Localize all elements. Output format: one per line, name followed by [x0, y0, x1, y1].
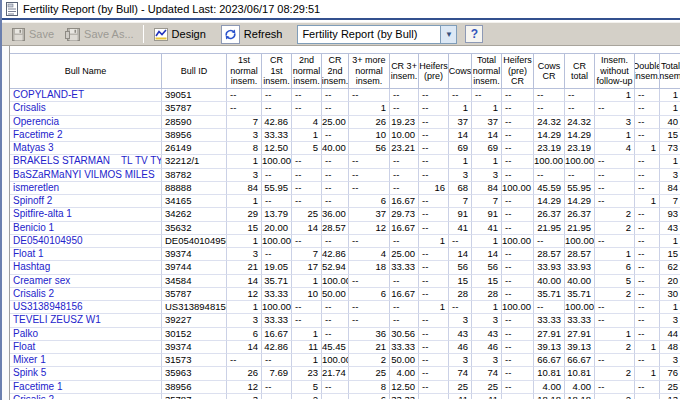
value-cell: 40.00 — [322, 142, 349, 155]
table-row[interactable]: Benicio 1356321520.001428.571216.67--414… — [10, 222, 680, 235]
value-cell: -- — [419, 394, 449, 399]
value-cell: 66.67 — [534, 354, 565, 367]
column-header-cows-cr[interactable]: Cows CR — [534, 54, 565, 88]
table-row[interactable]: Operencia28590742.86425.002619.23--3737-… — [10, 116, 680, 129]
table-row[interactable]: Float 1393743--742.86425.00--1414--28.57… — [10, 248, 680, 261]
column-header-3-more-normal-insem[interactable]: 3+ more normal insem. — [349, 54, 390, 88]
column-header-1st-normal-insem[interactable]: 1st normal insem. — [227, 54, 262, 88]
table-row[interactable]: TEVELI ZEUSZ W139227333.33----------33--… — [10, 314, 680, 327]
value-cell: 50.00 — [390, 354, 419, 367]
value-cell: -- — [262, 102, 292, 115]
report-selector[interactable]: Fertility Report (by Bull) ▼ — [297, 25, 457, 44]
column-header-total-normal-insem[interactable]: Total normal insem. — [472, 54, 502, 88]
value-cell: 12.50 — [262, 142, 292, 155]
table-row[interactable]: Float393741442.861145.452133.33--4646--3… — [10, 341, 680, 354]
value-cell: 1 — [292, 275, 322, 288]
table-row[interactable]: Crisalis 2357871233.331050.00616.67--282… — [10, 288, 680, 301]
value-cell: -- — [565, 102, 595, 115]
value-cell: 56 — [449, 261, 472, 274]
column-header-total-insem[interactable]: Total insem. — [660, 54, 680, 88]
table-row[interactable]: Mixer 131573----1100.00250.00--33--66.67… — [10, 354, 680, 367]
value-cell: 5 — [595, 275, 635, 288]
value-cell: -- — [390, 102, 419, 115]
value-cell: -- — [502, 394, 534, 399]
column-header-cr-2nd-insem[interactable]: CR 2nd insem. — [322, 54, 349, 88]
table-row[interactable]: BaSZaRMaNYI VILMOS MILES387823----------… — [10, 169, 680, 182]
column-header-bull-name[interactable]: Bull Name — [10, 54, 162, 88]
value-cell: -- — [502, 102, 534, 115]
value-cell: 76 — [660, 367, 680, 380]
value-cell: 100.00 — [565, 235, 595, 248]
column-header-2nd-normal-insem[interactable]: 2nd normal insem. — [292, 54, 322, 88]
value-cell: -- — [502, 314, 534, 327]
table-row[interactable]: Facetime 238956333.331--1010.00--1414--1… — [10, 129, 680, 142]
value-cell: -- — [322, 328, 349, 341]
value-cell: 55.95 — [565, 182, 595, 195]
value-cell: -- — [502, 341, 534, 354]
value-cell: 23.19 — [565, 142, 595, 155]
value-cell: -- — [262, 381, 292, 394]
table-row[interactable]: Hashtag397442119.051752.941833.33--5656-… — [10, 261, 680, 274]
value-cell: -- — [635, 261, 660, 274]
value-cell: 3 — [660, 314, 680, 327]
design-button[interactable]: Design — [150, 26, 213, 43]
value-cell: 14.29 — [565, 129, 595, 142]
bull-name-cell: Float — [10, 341, 162, 354]
value-cell: -- — [419, 381, 449, 394]
bull-id-cell: 32212/1 — [162, 155, 227, 168]
value-cell: 2 — [595, 288, 635, 301]
value-cell: 6 — [349, 195, 390, 208]
value-cell: 3 — [449, 354, 472, 367]
column-header-insem-without-follow-up[interactable]: Insem. without follow-up — [595, 54, 635, 88]
save-as-button[interactable]: Save As... — [61, 26, 141, 43]
refresh-button[interactable]: Refresh — [217, 23, 290, 46]
table-row[interactable]: Crisalis 2357873--2--633.33--1111--18.18… — [10, 394, 680, 399]
table-row[interactable]: BRAKELS STARMAN TL TV TY32212/11100.00--… — [10, 155, 680, 168]
column-header-bull-id[interactable]: Bull ID — [162, 54, 227, 88]
bull-name-cell: BRAKELS STARMAN TL TV TY — [10, 155, 162, 168]
value-cell: 10.00 — [390, 129, 419, 142]
table-row[interactable]: Spink 535963267.692321.74254.00--7474--1… — [10, 367, 680, 380]
value-cell: 1 — [419, 301, 449, 314]
toolbar: Save Save As... — [2, 22, 680, 46]
value-cell: 1 — [595, 248, 635, 261]
table-row[interactable]: Crisalis35787--------1----11----------1 — [10, 102, 680, 115]
table-row[interactable]: US3138948156US31389481561100.00--------1… — [10, 301, 680, 314]
value-cell: 30 — [660, 288, 680, 301]
table-row[interactable]: ismeretlen888888455.95--------166884100.… — [10, 182, 680, 195]
help-button[interactable]: ? — [465, 25, 483, 43]
table-row[interactable]: Facetime 13895612--5--812.50--2525--4.00… — [10, 381, 680, 394]
table-row[interactable]: Spitfire-alta 1342622913.792536.003729.7… — [10, 208, 680, 221]
bull-name-cell: Facetime 1 — [10, 381, 162, 394]
table-row[interactable]: Creamer sex345841435.711100.00------1515… — [10, 275, 680, 288]
value-cell: -- — [565, 89, 595, 102]
value-cell: 30.56 — [390, 328, 419, 341]
grid-body: COPYLAND-ET39051------------------------… — [10, 89, 680, 399]
table-row[interactable]: Palko30152616.671--3630.56--4343--27.912… — [10, 328, 680, 341]
value-cell: -- — [227, 354, 262, 367]
column-header-heifers-pre[interactable]: Heifers (pre) — [419, 54, 449, 88]
value-cell: -- — [292, 235, 322, 248]
table-row[interactable]: COPYLAND-ET39051------------------------… — [10, 89, 680, 102]
chevron-down-icon[interactable]: ▼ — [440, 26, 456, 43]
value-cell: 2 — [292, 394, 322, 399]
column-header-cows[interactable]: Cows — [449, 54, 472, 88]
value-cell: -- — [262, 248, 292, 261]
value-cell: 26 — [227, 367, 262, 380]
value-cell: -- — [322, 235, 349, 248]
column-header-double-insem[interactable]: Double insem. — [635, 54, 660, 88]
column-header-cr-3-insem[interactable]: CR 3+ insem. — [390, 54, 419, 88]
save-button[interactable]: Save — [8, 26, 61, 43]
value-cell: -- — [419, 341, 449, 354]
column-header-cr-1st-insem[interactable]: CR 1st insem. — [262, 54, 292, 88]
value-cell: 4 — [349, 248, 390, 261]
column-header-cr-total[interactable]: CR total — [565, 54, 595, 88]
table-row[interactable]: Matyas 326149812.50540.005623.21--6969--… — [10, 142, 680, 155]
value-cell: -- — [472, 89, 502, 102]
table-row[interactable]: Spinoff 2341651------616.67--77--14.2914… — [10, 195, 680, 208]
value-cell: -- — [595, 182, 635, 195]
column-header-heifers-pre-cr[interactable]: Heifers (pre) CR — [502, 54, 534, 88]
table-row[interactable]: DE0540104950DE05401049501100.00--------1… — [10, 235, 680, 248]
value-cell: 6 — [349, 394, 390, 399]
bull-id-cell: 39374 — [162, 248, 227, 261]
